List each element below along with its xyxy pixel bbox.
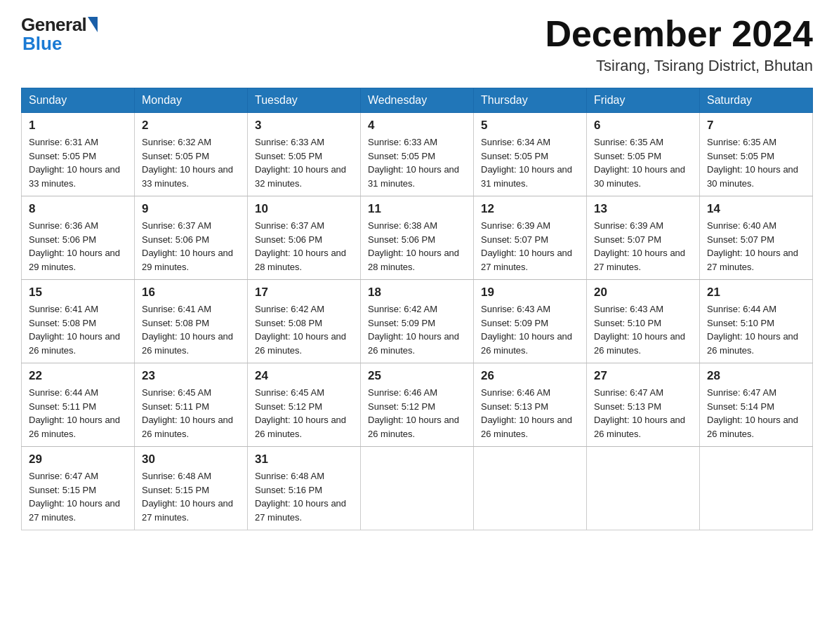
weekday-header-sunday: Sunday: [22, 88, 135, 113]
day-info: Sunrise: 6:48 AM Sunset: 5:15 PM Dayligh…: [142, 469, 240, 524]
day-number: 16: [142, 286, 240, 300]
calendar-day-cell: 11 Sunrise: 6:38 AM Sunset: 5:06 PM Dayl…: [361, 196, 474, 280]
day-info: Sunrise: 6:39 AM Sunset: 5:07 PM Dayligh…: [481, 219, 579, 274]
empty-day-cell: [361, 447, 474, 530]
day-info: Sunrise: 6:47 AM Sunset: 5:14 PM Dayligh…: [707, 386, 805, 441]
day-info: Sunrise: 6:39 AM Sunset: 5:07 PM Dayligh…: [594, 219, 692, 274]
day-number: 14: [707, 202, 805, 216]
day-info: Sunrise: 6:44 AM Sunset: 5:10 PM Dayligh…: [707, 302, 805, 357]
day-info: Sunrise: 6:47 AM Sunset: 5:15 PM Dayligh…: [29, 469, 127, 524]
day-number: 1: [29, 119, 127, 133]
page-header: General Blue December 2024 Tsirang, Tsir…: [21, 14, 813, 75]
calendar-day-cell: 3 Sunrise: 6:33 AM Sunset: 5:05 PM Dayli…: [248, 113, 361, 196]
day-number: 3: [255, 119, 353, 133]
day-number: 27: [594, 369, 692, 383]
calendar-day-cell: 29 Sunrise: 6:47 AM Sunset: 5:15 PM Dayl…: [22, 447, 135, 530]
weekday-header-tuesday: Tuesday: [248, 88, 361, 113]
day-info: Sunrise: 6:42 AM Sunset: 5:08 PM Dayligh…: [255, 302, 353, 357]
month-title: December 2024: [545, 14, 813, 54]
day-info: Sunrise: 6:45 AM Sunset: 5:12 PM Dayligh…: [255, 386, 353, 441]
logo-blue-text: Blue: [22, 33, 62, 55]
day-info: Sunrise: 6:37 AM Sunset: 5:06 PM Dayligh…: [255, 219, 353, 274]
day-info: Sunrise: 6:42 AM Sunset: 5:09 PM Dayligh…: [368, 302, 466, 357]
day-info: Sunrise: 6:47 AM Sunset: 5:13 PM Dayligh…: [594, 386, 692, 441]
calendar-day-cell: 23 Sunrise: 6:45 AM Sunset: 5:11 PM Dayl…: [135, 363, 248, 447]
day-number: 23: [142, 369, 240, 383]
day-info: Sunrise: 6:31 AM Sunset: 5:05 PM Dayligh…: [29, 135, 127, 190]
day-info: Sunrise: 6:35 AM Sunset: 5:05 PM Dayligh…: [707, 135, 805, 190]
calendar-day-cell: 26 Sunrise: 6:46 AM Sunset: 5:13 PM Dayl…: [474, 363, 587, 447]
day-number: 24: [255, 369, 353, 383]
day-info: Sunrise: 6:41 AM Sunset: 5:08 PM Dayligh…: [29, 302, 127, 357]
day-info: Sunrise: 6:37 AM Sunset: 5:06 PM Dayligh…: [142, 219, 240, 274]
day-number: 9: [142, 202, 240, 216]
day-info: Sunrise: 6:46 AM Sunset: 5:13 PM Dayligh…: [481, 386, 579, 441]
day-number: 13: [594, 202, 692, 216]
calendar-day-cell: 18 Sunrise: 6:42 AM Sunset: 5:09 PM Dayl…: [361, 280, 474, 363]
day-info: Sunrise: 6:46 AM Sunset: 5:12 PM Dayligh…: [368, 386, 466, 441]
day-number: 26: [481, 369, 579, 383]
calendar-day-cell: 14 Sunrise: 6:40 AM Sunset: 5:07 PM Dayl…: [700, 196, 813, 280]
calendar-day-cell: 25 Sunrise: 6:46 AM Sunset: 5:12 PM Dayl…: [361, 363, 474, 447]
day-number: 17: [255, 286, 353, 300]
day-number: 19: [481, 286, 579, 300]
day-number: 28: [707, 369, 805, 383]
empty-day-cell: [587, 447, 700, 530]
weekday-header-thursday: Thursday: [474, 88, 587, 113]
day-info: Sunrise: 6:33 AM Sunset: 5:05 PM Dayligh…: [368, 135, 466, 190]
calendar-day-cell: 16 Sunrise: 6:41 AM Sunset: 5:08 PM Dayl…: [135, 280, 248, 363]
calendar-table: SundayMondayTuesdayWednesdayThursdayFrid…: [21, 88, 813, 530]
day-info: Sunrise: 6:48 AM Sunset: 5:16 PM Dayligh…: [255, 469, 353, 524]
calendar-day-cell: 30 Sunrise: 6:48 AM Sunset: 5:15 PM Dayl…: [135, 447, 248, 530]
calendar-week-row: 29 Sunrise: 6:47 AM Sunset: 5:15 PM Dayl…: [22, 447, 813, 530]
weekday-header-monday: Monday: [135, 88, 248, 113]
calendar-day-cell: 13 Sunrise: 6:39 AM Sunset: 5:07 PM Dayl…: [587, 196, 700, 280]
day-number: 2: [142, 119, 240, 133]
empty-day-cell: [700, 447, 813, 530]
weekday-header-friday: Friday: [587, 88, 700, 113]
day-number: 10: [255, 202, 353, 216]
calendar-week-row: 1 Sunrise: 6:31 AM Sunset: 5:05 PM Dayli…: [22, 113, 813, 196]
day-info: Sunrise: 6:43 AM Sunset: 5:09 PM Dayligh…: [481, 302, 579, 357]
day-number: 11: [368, 202, 466, 216]
calendar-day-cell: 20 Sunrise: 6:43 AM Sunset: 5:10 PM Dayl…: [587, 280, 700, 363]
calendar-day-cell: 19 Sunrise: 6:43 AM Sunset: 5:09 PM Dayl…: [474, 280, 587, 363]
day-info: Sunrise: 6:33 AM Sunset: 5:05 PM Dayligh…: [255, 135, 353, 190]
day-number: 5: [481, 119, 579, 133]
calendar-week-row: 22 Sunrise: 6:44 AM Sunset: 5:11 PM Dayl…: [22, 363, 813, 447]
day-number: 20: [594, 286, 692, 300]
day-info: Sunrise: 6:43 AM Sunset: 5:10 PM Dayligh…: [594, 302, 692, 357]
calendar-day-cell: 15 Sunrise: 6:41 AM Sunset: 5:08 PM Dayl…: [22, 280, 135, 363]
day-number: 21: [707, 286, 805, 300]
calendar-day-cell: 2 Sunrise: 6:32 AM Sunset: 5:05 PM Dayli…: [135, 113, 248, 196]
calendar-day-cell: 12 Sunrise: 6:39 AM Sunset: 5:07 PM Dayl…: [474, 196, 587, 280]
day-number: 30: [142, 452, 240, 467]
day-number: 31: [255, 452, 353, 467]
empty-day-cell: [474, 447, 587, 530]
calendar-day-cell: 27 Sunrise: 6:47 AM Sunset: 5:13 PM Dayl…: [587, 363, 700, 447]
weekday-header-wednesday: Wednesday: [361, 88, 474, 113]
location-title: Tsirang, Tsirang District, Bhutan: [545, 57, 813, 75]
calendar-week-row: 15 Sunrise: 6:41 AM Sunset: 5:08 PM Dayl…: [22, 280, 813, 363]
day-info: Sunrise: 6:45 AM Sunset: 5:11 PM Dayligh…: [142, 386, 240, 441]
calendar-day-cell: 6 Sunrise: 6:35 AM Sunset: 5:05 PM Dayli…: [587, 113, 700, 196]
day-number: 4: [368, 119, 466, 133]
calendar-header-row: SundayMondayTuesdayWednesdayThursdayFrid…: [22, 88, 813, 113]
day-number: 29: [29, 452, 127, 467]
calendar-day-cell: 28 Sunrise: 6:47 AM Sunset: 5:14 PM Dayl…: [700, 363, 813, 447]
day-number: 8: [29, 202, 127, 216]
calendar-day-cell: 1 Sunrise: 6:31 AM Sunset: 5:05 PM Dayli…: [22, 113, 135, 196]
title-block: December 2024 Tsirang, Tsirang District,…: [545, 14, 813, 75]
weekday-header-saturday: Saturday: [700, 88, 813, 113]
day-number: 7: [707, 119, 805, 133]
day-number: 25: [368, 369, 466, 383]
calendar-week-row: 8 Sunrise: 6:36 AM Sunset: 5:06 PM Dayli…: [22, 196, 813, 280]
day-info: Sunrise: 6:38 AM Sunset: 5:06 PM Dayligh…: [368, 219, 466, 274]
day-info: Sunrise: 6:44 AM Sunset: 5:11 PM Dayligh…: [29, 386, 127, 441]
day-info: Sunrise: 6:32 AM Sunset: 5:05 PM Dayligh…: [142, 135, 240, 190]
calendar-day-cell: 9 Sunrise: 6:37 AM Sunset: 5:06 PM Dayli…: [135, 196, 248, 280]
calendar-day-cell: 17 Sunrise: 6:42 AM Sunset: 5:08 PM Dayl…: [248, 280, 361, 363]
calendar-day-cell: 22 Sunrise: 6:44 AM Sunset: 5:11 PM Dayl…: [22, 363, 135, 447]
day-info: Sunrise: 6:36 AM Sunset: 5:06 PM Dayligh…: [29, 219, 127, 274]
day-info: Sunrise: 6:40 AM Sunset: 5:07 PM Dayligh…: [707, 219, 805, 274]
